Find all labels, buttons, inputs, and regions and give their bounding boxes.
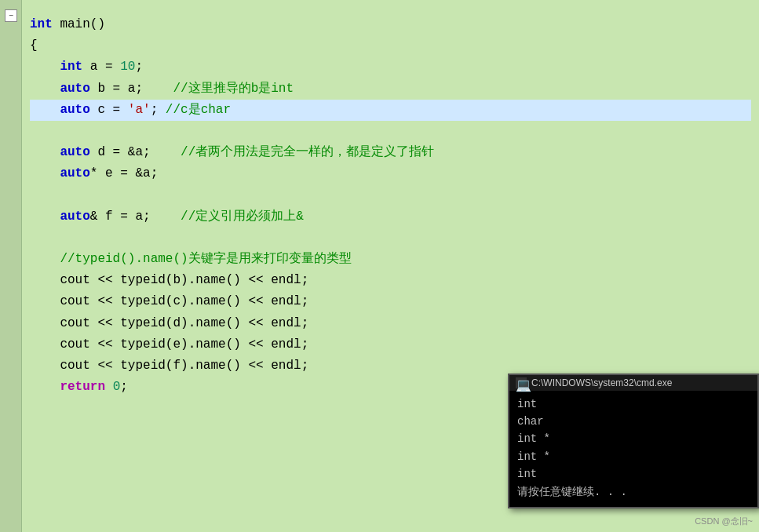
code-line-15: cout << typeid(d).name() << endl; (30, 313, 751, 334)
code-line-9 (30, 185, 751, 206)
code-line-2: { (30, 35, 751, 56)
line-gutter: − (0, 0, 22, 532)
cmd-output-4: int * (517, 448, 750, 465)
code-line-7: auto d = &a; //者两个用法是完全一样的，都是定义了指针 (30, 142, 751, 163)
code-line-13: cout << typeid(b).name() << endl; (30, 270, 751, 291)
cmd-output-1: int (517, 395, 750, 413)
cmd-window: 💻 C:\WINDOWS\system32\cmd.exe int char i… (508, 373, 759, 508)
cmd-output-2: char (517, 413, 750, 430)
code-line-6 (30, 121, 751, 142)
code-line-10: auto& f = a; //定义引用必须加上& (30, 206, 751, 228)
code-line-14: cout << typeid(c).name() << endl; (30, 291, 751, 312)
code-line-11 (30, 228, 751, 249)
cmd-title-text: C:\WINDOWS\system32\cmd.exe (531, 377, 672, 388)
code-content: int main() { int a = 10; auto b = a; //这… (22, 8, 759, 404)
code-line-5: auto c = 'a'; //c是char (30, 100, 751, 121)
cmd-titlebar: 💻 C:\WINDOWS\system32\cmd.exe (509, 375, 757, 391)
watermark: CSDN @念旧~ (695, 516, 753, 527)
code-area: − int main() { int a = 10; auto b = a; /… (0, 0, 759, 532)
collapse-button[interactable]: − (5, 9, 17, 22)
cmd-icon: 💻 (516, 377, 527, 388)
code-line-12: //typeid().name()关键字是用来打印变量的类型 (30, 249, 751, 270)
cmd-output-3: int * (517, 430, 750, 447)
code-line-4: auto b = a; //这里推导的b是int (30, 78, 751, 100)
code-line-8: auto* e = &a; (30, 163, 751, 184)
cmd-output-5: int (517, 465, 750, 483)
code-line-16: cout << typeid(e).name() << endl; (30, 334, 751, 355)
code-line-3: int a = 10; (30, 56, 751, 78)
code-line-1: int main() (30, 14, 751, 35)
cmd-output-6: 请按任意键继续. . . (517, 483, 750, 501)
cmd-body: int char int * int * int 请按任意键继续. . . (509, 391, 757, 507)
